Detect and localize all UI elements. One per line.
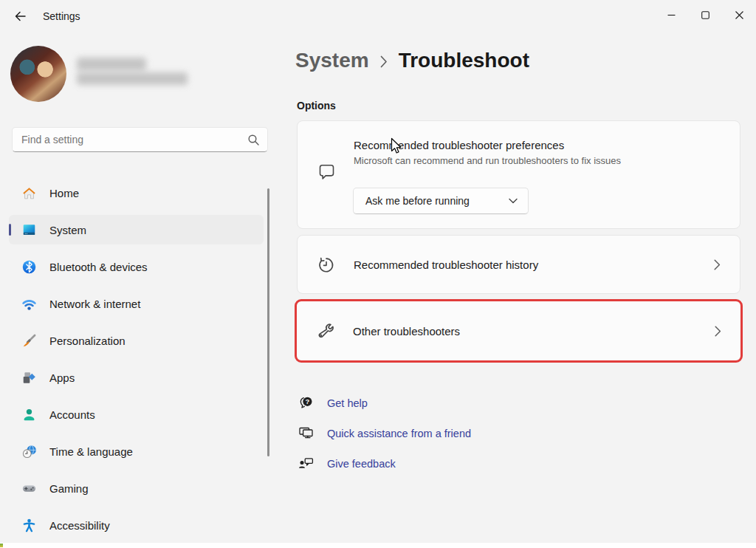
sidebar-item-label: Accounts <box>49 408 95 421</box>
arrow-left-icon <box>14 10 26 22</box>
chevron-down-icon <box>509 198 518 204</box>
back-button[interactable] <box>7 4 32 28</box>
window-controls <box>654 0 756 32</box>
close-icon <box>735 11 743 19</box>
sidebar-item-apps[interactable]: Apps <box>9 363 264 392</box>
card-title: Recommended troubleshooter preferences <box>354 139 564 151</box>
sidebar-item-system[interactable]: System <box>9 215 264 244</box>
sidebar-item-gaming[interactable]: Gaming <box>9 473 264 503</box>
minimize-icon <box>667 11 676 19</box>
options-section-label: Options <box>297 100 336 112</box>
sidebar-nav: Home System <box>4 178 266 547</box>
sidebar-scrollbar[interactable] <box>267 188 269 456</box>
card-title: Other troubleshooters <box>353 325 460 338</box>
maximize-icon <box>701 11 709 19</box>
accessibility-icon <box>20 516 38 534</box>
chevron-right-icon <box>715 326 721 337</box>
card-title: Recommended troubleshooter history <box>354 258 538 271</box>
quick-assistance-link[interactable]: Quick assistance from a friend <box>297 422 471 445</box>
sidebar-item-label: System <box>49 224 86 236</box>
get-help-link[interactable]: ? Get help <box>297 392 471 414</box>
get-help-icon: ? <box>297 394 316 412</box>
sidebar-item-bluetooth-devices[interactable]: Bluetooth & devices <box>9 252 264 281</box>
minimize-button[interactable] <box>654 0 688 30</box>
window-title: Settings <box>43 10 80 22</box>
sidebar-item-accounts[interactable]: Accounts <box>9 400 264 429</box>
history-icon <box>316 255 337 274</box>
search-input[interactable] <box>21 134 247 145</box>
home-icon <box>20 184 38 202</box>
sidebar-item-label: Gaming <box>49 482 89 495</box>
titlebar: Settings <box>0 0 756 32</box>
sidebar-item-personalization[interactable]: Personalization <box>9 326 264 355</box>
help-links: ? Get help Quick assistance from a frien… <box>297 392 471 483</box>
dropdown-selected-value: Ask me before running <box>365 195 470 207</box>
remote-assistance-icon <box>297 425 316 442</box>
maximize-button[interactable] <box>688 0 722 30</box>
sidebar-item-label: Personalization <box>49 335 126 347</box>
accounts-icon <box>20 405 38 423</box>
sidebar-item-time-language[interactable]: Time & language <box>9 436 264 466</box>
sidebar-item-accessibility[interactable]: Accessibility <box>9 510 264 540</box>
bluetooth-icon <box>20 258 38 275</box>
network-icon <box>20 295 38 312</box>
close-button[interactable] <box>722 0 756 30</box>
other-troubleshooters-card[interactable]: Other troubleshooters <box>295 299 743 363</box>
main-content: System Troubleshoot Options Recommended … <box>295 32 756 543</box>
sidebar: Home System <box>0 32 288 543</box>
apps-icon <box>20 369 38 386</box>
system-icon <box>20 221 38 239</box>
sidebar-item-label: Apps <box>49 371 75 384</box>
search-icon <box>247 134 260 146</box>
time-language-icon <box>20 442 38 460</box>
breadcrumb-system[interactable]: System <box>295 49 369 72</box>
page-title: Troubleshoot <box>399 49 529 72</box>
wrench-icon <box>315 321 336 340</box>
sidebar-item-network-internet[interactable]: Network & internet <box>9 289 264 318</box>
sidebar-item-label: Accessibility <box>49 519 110 532</box>
search-box[interactable] <box>12 127 268 152</box>
settings-window: Settings <box>0 0 756 548</box>
personalization-icon <box>20 332 38 349</box>
troubleshooter-preference-dropdown[interactable]: Ask me before running <box>353 188 529 214</box>
sidebar-item-label: Bluetooth & devices <box>49 261 148 273</box>
give-feedback-link[interactable]: Give feedback <box>297 453 471 475</box>
link-label: Give feedback <box>327 458 396 470</box>
selected-indicator <box>9 224 11 236</box>
chevron-right-icon <box>380 55 388 68</box>
link-label: Get help <box>327 397 368 409</box>
chevron-right-icon <box>714 259 721 270</box>
link-label: Quick assistance from a friend <box>327 428 471 439</box>
bottom-edge-strip <box>0 543 756 548</box>
gaming-icon <box>20 479 38 497</box>
recommended-troubleshooter-history-card[interactable]: Recommended troubleshooter history <box>297 235 740 294</box>
feedback-icon <box>297 455 316 473</box>
breadcrumb: System Troubleshoot <box>295 49 529 72</box>
sidebar-item-label: Home <box>49 187 79 199</box>
sidebar-item-label: Time & language <box>49 445 133 458</box>
svg-text:?: ? <box>305 397 309 405</box>
profile-name-redacted <box>77 58 146 71</box>
comment-icon <box>316 163 337 183</box>
profile-email-redacted <box>77 72 188 85</box>
sidebar-item-home[interactable]: Home <box>9 178 264 208</box>
taskbar-corner-artifact <box>0 544 3 547</box>
card-description: Microsoft can recommend and run troubles… <box>354 155 621 166</box>
recommended-troubleshooter-preferences-card: Recommended troubleshooter preferences M… <box>297 120 740 229</box>
sidebar-item-label: Network & internet <box>49 298 140 310</box>
user-avatar[interactable] <box>10 46 66 102</box>
